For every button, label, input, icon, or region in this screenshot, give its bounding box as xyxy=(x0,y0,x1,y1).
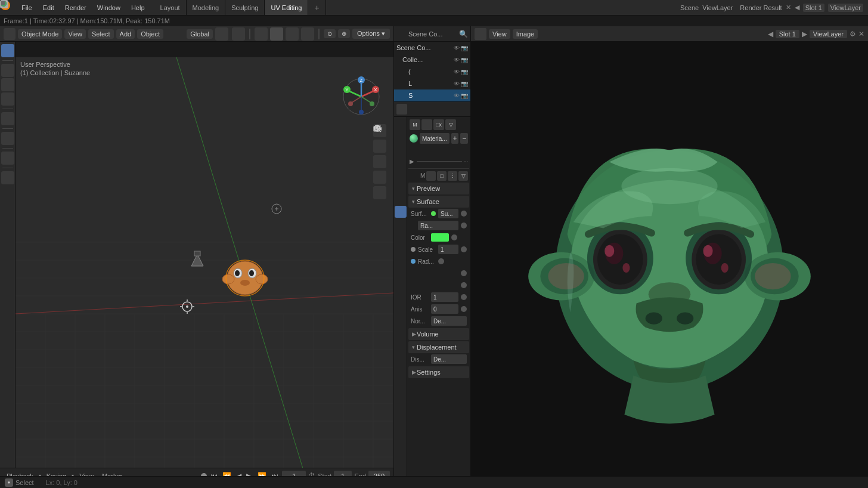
world-props-btn[interactable] xyxy=(395,168,407,180)
slot-selector[interactable]: Slot 1 xyxy=(803,4,824,12)
roughness-field[interactable]: Ra... xyxy=(418,221,458,230)
material-mode-btn[interactable]: M xyxy=(410,119,420,130)
move-tool-btn[interactable] xyxy=(1,64,14,77)
color-swatch[interactable] xyxy=(431,233,449,242)
render-prev-btn[interactable]: ◀ xyxy=(768,30,773,38)
annotate-tool-btn[interactable] xyxy=(1,132,14,145)
scale-field[interactable]: 1 xyxy=(438,245,458,254)
aniso-field[interactable]: 0 xyxy=(431,304,458,314)
camera-icon-suz[interactable]: 📷 xyxy=(461,92,468,99)
settings-header[interactable]: ▶ Settings xyxy=(408,366,469,378)
gizmo-toggle-btn[interactable]: ⊕ xyxy=(338,29,350,38)
props-search-btn[interactable] xyxy=(396,104,407,115)
object-props-btn[interactable] xyxy=(395,181,407,193)
mat-preview-mode-btn[interactable]: □x xyxy=(433,119,444,130)
persp-ortho-btn[interactable] xyxy=(373,186,386,199)
eye-icon-scene[interactable]: 👁 xyxy=(454,45,460,51)
orbit-gizmo-btn[interactable] xyxy=(373,155,386,168)
scene-props-btn[interactable] xyxy=(395,156,407,168)
view-layer-header[interactable]: ViewLayer xyxy=(828,4,863,12)
scale-tool-btn[interactable] xyxy=(1,92,14,106)
transform-tool-btn[interactable] xyxy=(1,112,14,125)
select-menu[interactable]: Select xyxy=(88,29,114,39)
material-props-btn[interactable] xyxy=(395,206,407,218)
material-down-btn[interactable] xyxy=(408,146,469,155)
mat-more-btn[interactable]: ⋮ xyxy=(448,171,457,181)
snap-btn[interactable] xyxy=(215,27,228,41)
proportional-edit-btn[interactable] xyxy=(232,27,245,41)
camera-icon-scene[interactable]: 📷 xyxy=(461,45,468,51)
select-tool-btn[interactable] xyxy=(1,44,14,57)
shading-solid-btn[interactable] xyxy=(270,27,283,41)
modifiers-props-btn[interactable] xyxy=(395,256,407,268)
eye-icon-obj1[interactable]: 👁 xyxy=(454,69,460,75)
tab-add[interactable]: + xyxy=(308,0,326,15)
menu-window[interactable]: Window xyxy=(92,0,125,15)
render-close-btn[interactable]: ✕ xyxy=(858,30,864,38)
render-close[interactable]: ✕ xyxy=(786,4,791,11)
view-menu[interactable]: View xyxy=(64,29,86,39)
view-layer-props-btn[interactable] xyxy=(395,143,407,155)
surface-shader-field[interactable]: Su... xyxy=(438,209,458,218)
outliner-search-btn[interactable]: 🔍 xyxy=(459,30,468,38)
material-name-field[interactable]: Materia... xyxy=(420,133,450,144)
render-props-btn[interactable] xyxy=(395,118,407,130)
render-view-btn[interactable] xyxy=(475,28,486,40)
options-btn[interactable]: Options ▾ xyxy=(352,29,390,39)
extra-dot1[interactable] xyxy=(461,270,467,276)
normal-field[interactable]: De... xyxy=(431,316,467,326)
render-next-btn[interactable]: ▶ xyxy=(802,30,807,38)
surface-shader-dot[interactable] xyxy=(461,211,467,217)
scale-dot[interactable] xyxy=(461,246,467,252)
object-menu[interactable]: Object xyxy=(137,29,163,39)
eye-icon-suz[interactable]: 👁 xyxy=(454,92,460,99)
render-controls[interactable]: ◀ xyxy=(795,4,799,11)
rotate-tool-btn[interactable] xyxy=(1,78,14,91)
navigation-gizmo[interactable]: X Y Z xyxy=(340,75,383,118)
render-slot-label[interactable]: Slot 1 xyxy=(776,30,799,38)
camera-icon-obj1[interactable]: 📷 xyxy=(461,69,468,75)
mat-extra-btn[interactable]: ▽ xyxy=(458,171,468,181)
outliner-item-scene[interactable]: Scene Co... 👁 📷 xyxy=(394,42,470,54)
material-play-btn[interactable]: ▶ xyxy=(410,158,414,165)
color-dot[interactable] xyxy=(451,234,457,240)
radius-dot[interactable] xyxy=(438,258,444,264)
mat-sphere-icon2[interactable] xyxy=(426,171,436,181)
render-result-display[interactable] xyxy=(471,42,868,488)
surface-header[interactable]: ▾ Surface xyxy=(408,196,469,208)
shading-rendered-btn[interactable] xyxy=(301,27,314,41)
outliner-item-obj1[interactable]: ( 👁 📷 xyxy=(394,66,470,78)
menu-file[interactable]: File xyxy=(17,0,37,15)
ior-dot[interactable] xyxy=(461,294,467,300)
zoom-gizmo-btn[interactable] xyxy=(373,171,386,184)
render-settings-btn[interactable]: ⚙ xyxy=(850,30,856,38)
material-remove-btn[interactable]: − xyxy=(460,133,468,144)
overlay-btn[interactable]: ⊙ xyxy=(324,29,336,38)
tab-uv-editing[interactable]: UV Editing xyxy=(265,0,308,15)
view-layer-selector[interactable]: ViewLayer xyxy=(702,4,733,11)
shading-wireframe-btn[interactable] xyxy=(255,27,268,41)
eye-icon-light[interactable]: 👁 xyxy=(454,81,460,87)
3d-viewport[interactable]: User Perspective (1) Collection | Suzann… xyxy=(16,57,393,468)
camera-icon-coll[interactable]: 📷 xyxy=(461,57,468,63)
eye-icon-coll[interactable]: 👁 xyxy=(454,57,460,63)
displacement-header[interactable]: ▾ Displacement xyxy=(408,341,469,353)
outliner-item-collection[interactable]: Colle... 👁 📷 xyxy=(394,54,470,66)
preview-header[interactable]: ▾ Preview xyxy=(408,183,469,194)
outliner-item-light[interactable]: L 👁 📷 xyxy=(394,78,470,89)
aniso-dot[interactable] xyxy=(461,306,467,312)
tab-layout[interactable]: Layout xyxy=(154,0,187,15)
tab-sculpting[interactable]: Sculpting xyxy=(225,0,265,15)
image-menu-render[interactable]: Image xyxy=(513,29,538,39)
material-add-btn[interactable]: + xyxy=(451,133,459,144)
mesh-props-btn[interactable] xyxy=(395,193,407,205)
outliner-item-suzanne[interactable]: S 👁 📷 xyxy=(394,89,470,101)
tab-modeling[interactable]: Modeling xyxy=(187,0,226,15)
scene-selector[interactable]: Scene xyxy=(680,4,699,11)
shading-material-btn[interactable] xyxy=(286,27,299,41)
transform-global-btn[interactable]: Global xyxy=(187,29,213,39)
dis-field[interactable]: De... xyxy=(431,354,467,364)
ior-field[interactable]: 1 xyxy=(431,292,458,302)
measure-tool-btn[interactable] xyxy=(1,152,14,165)
object-mode-btn[interactable]: Object Mode xyxy=(18,29,62,39)
